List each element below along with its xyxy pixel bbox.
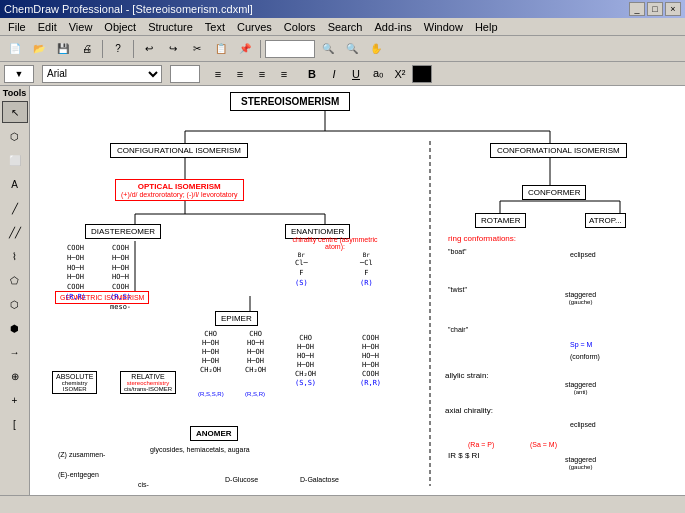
epimer-box: EPIMER xyxy=(215,311,258,326)
statusbar xyxy=(0,495,685,513)
color-button[interactable] xyxy=(412,65,432,83)
menu-view[interactable]: View xyxy=(63,18,99,35)
zoom-in-button[interactable]: 🔍 xyxy=(317,38,339,60)
text-tool[interactable]: A xyxy=(2,173,28,195)
align-left-button[interactable]: ≡ xyxy=(208,65,228,83)
print-button[interactable]: 🖨 xyxy=(76,38,98,60)
menu-search[interactable]: Search xyxy=(322,18,369,35)
arrow-tool[interactable]: → xyxy=(2,341,28,363)
lasso-tool[interactable]: ⬡ xyxy=(2,125,28,147)
redo-button[interactable]: ↪ xyxy=(162,38,184,60)
chain-tool[interactable]: ⌇ xyxy=(2,245,28,267)
menu-structure[interactable]: Structure xyxy=(142,18,199,35)
staggered-gauche-2-label: staggered(gauche) xyxy=(565,456,596,470)
relative-box: RELATIVE stereochemistry cis/trans-ISOME… xyxy=(120,371,176,394)
menu-text[interactable]: Text xyxy=(199,18,231,35)
chirality-note: chirality centre (asymmetric atom): xyxy=(285,236,385,250)
subscript-button[interactable]: a₀ xyxy=(368,65,388,83)
staggered-gauche-label: staggered(gauche) xyxy=(565,291,596,305)
select-tool[interactable]: ↖ xyxy=(2,101,28,123)
new-button[interactable]: 📄 xyxy=(4,38,26,60)
bond-double-tool[interactable]: ╱╱ xyxy=(2,221,28,243)
font-size-input[interactable]: 10 xyxy=(170,65,200,83)
undo-button[interactable]: ↩ xyxy=(138,38,160,60)
optical-box: OPTICAL ISOMERISM (+)/d/ dextrorotatory;… xyxy=(115,179,244,201)
menubar: File Edit View Object Structure Text Cur… xyxy=(0,18,685,36)
window-title: ChemDraw Professional - [Stereoisomerism… xyxy=(4,3,253,15)
save-button[interactable]: 💾 xyxy=(52,38,74,60)
zoom-tool[interactable]: ⊕ xyxy=(2,365,28,387)
rotamer-box: ROTAMER xyxy=(475,213,526,228)
zoom-input[interactable]: 100% xyxy=(265,40,315,58)
ring6-tool[interactable]: ⬡ xyxy=(2,293,28,315)
zoom-out-button[interactable]: 🔍 xyxy=(341,38,363,60)
template-tool[interactable]: ⬢ xyxy=(2,317,28,339)
diastereomer-box: DIASTEREOMER xyxy=(85,224,161,239)
menu-object[interactable]: Object xyxy=(98,18,142,35)
menu-file[interactable]: File xyxy=(2,18,32,35)
minimize-button[interactable]: _ xyxy=(629,2,645,16)
twist-label: "twist" xyxy=(448,286,467,293)
enantiomer-right-struct: Br ─Cl F (R) xyxy=(360,251,373,289)
ir-ri-label: IR $ $ RI xyxy=(448,451,480,460)
cis-label: cis- xyxy=(138,481,149,488)
epimer-right-chain: CHO HO─H H─OH H─OH CH₂OH xyxy=(245,330,266,375)
plus-tool[interactable]: + xyxy=(2,389,28,411)
enantiomer-lower-left: CHO H─OH HO─H H─OH CH₂OH (S,S) xyxy=(295,334,316,389)
main-area: Tools ↖ ⬡ ⬜ A ╱ ╱╱ ⌇ ⬠ ⬡ ⬢ → ⊕ + [ xyxy=(0,86,685,495)
d-glucose-label: D-Glucose xyxy=(225,476,258,483)
format-selector[interactable]: ▼ xyxy=(4,65,34,83)
sa-m-label: (Sa = M) xyxy=(530,441,557,448)
superscript-button[interactable]: X² xyxy=(390,65,410,83)
align-justify-button[interactable]: ≡ xyxy=(274,65,294,83)
help-button[interactable]: ? xyxy=(107,38,129,60)
rssr-label: (R,S,S,R) xyxy=(198,391,224,397)
staggered-anti-label: staggered(anti) xyxy=(565,381,596,395)
separator-2 xyxy=(133,40,134,58)
boat-label: "boat" xyxy=(448,248,467,255)
ring5-tool[interactable]: ⬠ xyxy=(2,269,28,291)
absolute-box: ABSOLUTE chemistry ISOMER xyxy=(52,371,97,394)
ra-p-label: (Ra = P) xyxy=(468,441,494,448)
align-right-button[interactable]: ≡ xyxy=(252,65,272,83)
cut-button[interactable]: ✂ xyxy=(186,38,208,60)
anomer-box: ANOMER xyxy=(190,426,238,441)
conformational-box: CONFORMATIONAL ISOMERISM xyxy=(490,143,627,158)
canvas[interactable]: STEREOISOMERISM CONFIGURATIONAL ISOMERIS… xyxy=(30,86,685,495)
menu-help[interactable]: Help xyxy=(469,18,504,35)
enantiomer-left-struct: Br Cl─ F (S) xyxy=(295,251,308,289)
conformer-box: CONFORMER xyxy=(522,185,586,200)
titlebar: ChemDraw Professional - [Stereoisomerism… xyxy=(0,0,685,18)
paste-button[interactable]: 📌 xyxy=(234,38,256,60)
menu-colors[interactable]: Colors xyxy=(278,18,322,35)
rsrr-label: (R,S,R) xyxy=(245,391,265,397)
hand-button[interactable]: ✋ xyxy=(365,38,387,60)
align-center-button[interactable]: ≡ xyxy=(230,65,250,83)
titlebar-controls: _ □ × xyxy=(629,2,681,16)
diagram: STEREOISOMERISM CONFIGURATIONAL ISOMERIS… xyxy=(30,86,670,486)
bracket-tool[interactable]: [ xyxy=(2,413,28,435)
menu-addins[interactable]: Add-ins xyxy=(368,18,417,35)
bold-button[interactable]: B xyxy=(302,65,322,83)
menu-window[interactable]: Window xyxy=(418,18,469,35)
open-button[interactable]: 📂 xyxy=(28,38,50,60)
eclipsed-2-label: eclipsed xyxy=(570,421,596,428)
separator-1 xyxy=(102,40,103,58)
bond-single-tool[interactable]: ╱ xyxy=(2,197,28,219)
enantiomer-lower-right: COOH H─OH HO─H H─OH COOH (R,R) xyxy=(360,334,381,389)
atropisomer-box: ATROP... xyxy=(585,213,626,228)
eraser-tool[interactable]: ⬜ xyxy=(2,149,28,171)
configurational-box: CONFIGURATIONAL ISOMERISM xyxy=(110,143,248,158)
underline-button[interactable]: U xyxy=(346,65,366,83)
chair-label: "chair" xyxy=(448,326,468,333)
close-button[interactable]: × xyxy=(665,2,681,16)
d-galactose-label: D-Galactose xyxy=(300,476,339,483)
copy-button[interactable]: 📋 xyxy=(210,38,232,60)
maximize-button[interactable]: □ xyxy=(647,2,663,16)
font-select[interactable]: Arial xyxy=(42,65,162,83)
epimer-left-chain: CHO H─OH H─OH H─OH CH₂OH xyxy=(200,330,221,375)
italic-button[interactable]: I xyxy=(324,65,344,83)
menu-curves[interactable]: Curves xyxy=(231,18,278,35)
entgegen-label: (E)-entgegen xyxy=(58,471,99,478)
menu-edit[interactable]: Edit xyxy=(32,18,63,35)
